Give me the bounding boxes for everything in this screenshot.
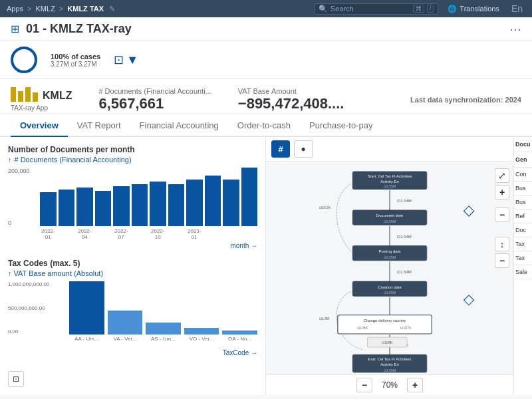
logo-bar-3: [25, 87, 31, 102]
svg-text:⊡1.6M: ⊡1.6M: [319, 317, 330, 321]
search-input[interactable]: [331, 5, 410, 13]
bar-jan22[interactable]: [40, 192, 57, 226]
bar-jul22[interactable]: [150, 182, 166, 226]
process-toolbar: # ●: [266, 137, 513, 162]
x-jul22-label: 2022-07: [113, 228, 130, 240]
expand-icon[interactable]: ⊡: [8, 371, 24, 387]
translations-button[interactable]: 🌐 Translations: [442, 5, 505, 13]
cases-count: 3.27M of 3.27M: [51, 61, 100, 68]
sidebar-bus1[interactable]: Bus: [514, 182, 532, 195]
brand-logo: KMLZ TAX-ray App: [11, 87, 72, 112]
apps-nav-link[interactable]: Apps: [7, 5, 23, 13]
bar-jun22[interactable]: [132, 184, 148, 226]
tab-order-to-cash[interactable]: Order-to-cash: [228, 115, 300, 137]
cases-circle: [11, 47, 37, 73]
filter-button[interactable]: ⊡ ▼: [114, 53, 138, 67]
sidebar-docu[interactable]: Docu: [514, 137, 532, 152]
svg-marker-34: [464, 206, 474, 216]
y2-top: 1,000,000,000.00: [8, 281, 68, 287]
zoom-bar: − 70% +: [266, 374, 513, 395]
zoom-spacer1: [495, 201, 509, 205]
bar-sep22[interactable]: [186, 180, 203, 226]
bar-oct22[interactable]: [205, 176, 221, 226]
fit-screen-button[interactable]: ⤢: [495, 168, 509, 183]
bar-aug22[interactable]: [168, 184, 185, 226]
edit-icon[interactable]: ✎: [109, 5, 115, 13]
zoom-controls: ⤢ + − ↕ −: [495, 168, 509, 268]
svg-text:⊡1.55M: ⊡1.55M: [384, 219, 396, 223]
funnel-icon: ⊡: [114, 53, 124, 67]
chart1-footer[interactable]: month →: [8, 242, 257, 249]
sidebar-tax1[interactable]: Tax: [514, 237, 532, 251]
zoom-in-button[interactable]: +: [495, 185, 509, 200]
chart1-bars: [40, 168, 257, 226]
x-oct22-label: 2022-10: [150, 228, 166, 240]
bar-va[interactable]: [108, 311, 143, 334]
sidebar-gen[interactable]: Gen: [514, 152, 532, 167]
sidebar-sale[interactable]: Sale: [514, 265, 532, 279]
svg-text:End: Cel Tax Fi Activities: End: Cel Tax Fi Activities: [368, 357, 412, 361]
svg-text:⊡1.55M: ⊡1.55M: [384, 255, 396, 259]
kmlz-nav-link[interactable]: KMLZ: [36, 5, 55, 13]
logo-bar-1: [11, 87, 16, 102]
bottom-left-action: ⊡: [8, 371, 257, 387]
chart2-title: Tax Codes (max. 5): [8, 259, 257, 268]
bar-apr22[interactable]: [95, 191, 112, 226]
svg-rect-24: [338, 315, 432, 334]
tab-purchase-to-pay[interactable]: Purchase-to-pay: [300, 115, 382, 137]
header-overflow-icon[interactable]: ⋯: [509, 22, 521, 37]
tab-financial-accounting[interactable]: Financial Accounting: [130, 115, 228, 137]
vat-stat: VAT Base Amount −895,472,408....: [238, 87, 344, 112]
right-panel: # ● ⊡1.54M ⊡1.54M ⊡1.54M ⊡: [266, 137, 513, 395]
bar-as[interactable]: [146, 323, 181, 334]
logo-bar-2: [18, 91, 23, 102]
zoom-out-button2[interactable]: −: [495, 253, 509, 268]
brand-app-label: TAX-ray App: [11, 104, 48, 112]
bar-vo[interactable]: [184, 328, 219, 334]
bar-nov22[interactable]: [223, 180, 239, 226]
sidebar-doc[interactable]: Doc: [514, 223, 532, 237]
hash-button[interactable]: #: [271, 140, 290, 158]
cases-info: 100% of cases 3.27M of 3.27M: [51, 53, 100, 68]
svg-text:⊡1.54M: ⊡1.54M: [397, 235, 412, 239]
nav-overflow[interactable]: En: [509, 3, 525, 14]
bar-dec22[interactable]: [241, 168, 258, 226]
x-oa: OA - No...: [222, 336, 257, 348]
chart2-footer[interactable]: TaxCode →: [8, 349, 257, 356]
tab-vat-report[interactable]: VAT Report: [68, 115, 130, 137]
nav-sep1: >: [27, 5, 31, 13]
zoom-out-button[interactable]: −: [495, 207, 509, 222]
grid-icon[interactable]: ⊞: [11, 23, 19, 35]
zoom-bar-plus[interactable]: +: [407, 378, 423, 392]
search-box[interactable]: 🔍 ⌘ /: [314, 3, 439, 15]
search-kbd1: ⌘: [413, 5, 424, 13]
svg-marker-35: [464, 295, 474, 305]
bar-oa[interactable]: [222, 331, 257, 334]
layout-icon[interactable]: ↕: [495, 237, 509, 251]
doc-stat-label: # Documents (Financial Accounti...: [98, 87, 211, 95]
svg-text:Activity En: Activity En: [380, 362, 399, 366]
svg-text:⊡107K: ⊡107K: [400, 326, 412, 330]
doc-stat-value: 6,567,661: [98, 95, 211, 112]
tab-overview[interactable]: Overview: [11, 115, 68, 137]
sidebar-con[interactable]: Con: [514, 168, 532, 181]
chart2-bars: [69, 281, 257, 334]
x-va: VA - Ver...: [108, 336, 143, 348]
brand-row: KMLZ TAX-ray App # Documents (Financial …: [0, 79, 532, 112]
tabs-bar: Overview VAT Report Financial Accounting…: [0, 115, 532, 137]
circle-button[interactable]: ●: [294, 140, 313, 158]
chart2-yaxis: 1,000,000,000.00 500,000,000.00 0.00: [8, 281, 68, 334]
search-kbd2: /: [427, 5, 434, 13]
sidebar-tax2[interactable]: Tax: [514, 251, 532, 265]
sidebar-bus2[interactable]: Bus: [514, 196, 532, 209]
bar-feb22[interactable]: [59, 190, 75, 226]
svg-text:⊡1.55M: ⊡1.55M: [384, 368, 396, 372]
sync-value: 2024: [505, 96, 521, 104]
sidebar-ref[interactable]: Ref: [514, 209, 532, 223]
shell-header: ⊞ 01 - KMLZ TAX-ray ⋯: [0, 17, 532, 41]
bar-aa[interactable]: [69, 281, 104, 334]
sync-info: Last data synchronization: 2024: [410, 96, 521, 104]
bar-mar22[interactable]: [76, 188, 93, 226]
bar-may22[interactable]: [113, 186, 130, 226]
zoom-bar-minus[interactable]: −: [356, 378, 372, 392]
